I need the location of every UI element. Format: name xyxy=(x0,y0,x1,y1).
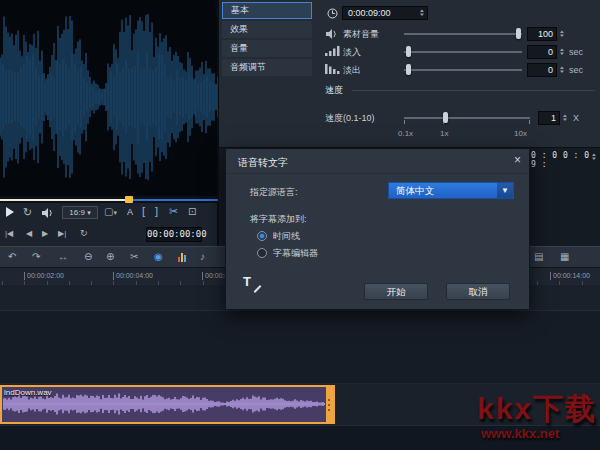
fade-out-label: 淡出 xyxy=(343,64,361,76)
slider-thumb[interactable] xyxy=(443,112,448,123)
seekbar-elapsed xyxy=(0,199,126,201)
redo-icon[interactable]: ↷ xyxy=(32,251,40,263)
source-language-select[interactable]: 简体中文 ▼ xyxy=(388,182,514,199)
timecode-spinner-arrows[interactable]: ▴▾ xyxy=(590,152,598,160)
next-frame-icon[interactable]: ▶ xyxy=(42,228,48,240)
zoom-out-icon[interactable]: ⊖ xyxy=(84,251,92,263)
tab-label: 音频调节 xyxy=(230,62,266,72)
prev-frame-icon[interactable]: ◀ xyxy=(26,228,32,240)
fade-in-value[interactable]: 0 xyxy=(527,45,557,59)
loop-playback-icon[interactable]: ↻ xyxy=(80,227,88,239)
speed-unit: X xyxy=(573,112,579,124)
slider-track xyxy=(404,51,522,53)
seekbar-handle[interactable] xyxy=(125,196,133,203)
repeat-icon[interactable]: ↻ xyxy=(23,206,32,218)
clip-trim-handle[interactable] xyxy=(326,387,333,422)
preview-monitor xyxy=(0,0,218,196)
fade-in-unit: sec xyxy=(569,46,583,58)
radio-timeline[interactable] xyxy=(257,231,267,241)
speed-section-title: 速度 xyxy=(325,84,343,96)
dialog-divider xyxy=(226,173,529,174)
tab-basic[interactable]: 基本 xyxy=(222,2,312,19)
clip-name-label: indDown.wav xyxy=(4,388,52,397)
speed-scale-max: 10x xyxy=(514,128,527,140)
play-icon[interactable] xyxy=(6,207,14,217)
fade-in-slider[interactable] xyxy=(404,45,522,58)
volume-spinner-arrows[interactable]: ▴▾ xyxy=(558,29,566,37)
chevron-down-icon: ▾ xyxy=(113,209,117,216)
slider-track xyxy=(404,69,522,71)
slider-tick xyxy=(404,120,405,124)
speed-scale-min: 0.1x xyxy=(398,128,413,140)
sound-mixer-icon[interactable] xyxy=(178,250,187,262)
watermark-url: www.kkx.net xyxy=(481,426,559,441)
aspect-ratio-select[interactable]: 16:9 ▾ xyxy=(62,206,98,219)
overlay-track[interactable] xyxy=(0,311,600,384)
text-tool-icon[interactable]: A xyxy=(127,206,133,218)
mark-out-button[interactable]: ] xyxy=(155,205,158,217)
enlarge-preview-icon[interactable]: ⊡ xyxy=(188,206,196,218)
clip-volume-value[interactable]: 100 xyxy=(527,27,557,41)
slider-thumb[interactable] xyxy=(406,46,411,57)
source-language-value: 简体中文 xyxy=(396,185,434,198)
caption-style-icon[interactable]: T xyxy=(243,275,261,291)
duration-spinner-arrows[interactable]: ▴▾ xyxy=(418,8,426,16)
jump-end-icon[interactable]: ▶| xyxy=(58,228,66,240)
ruler-label: 00:00:02:00 xyxy=(24,272,64,280)
slider-thumb[interactable] xyxy=(406,64,411,75)
track-manager-icon[interactable]: ▦ xyxy=(560,251,569,263)
clip-volume-icon xyxy=(326,29,338,39)
tab-audio-tuning[interactable]: 音频调节 xyxy=(222,59,312,76)
jump-start-icon[interactable]: |◀ xyxy=(5,228,13,240)
clip-volume-slider[interactable] xyxy=(404,27,522,40)
slider-track xyxy=(404,33,522,35)
chevron-down-icon: ▾ xyxy=(87,209,91,216)
tab-label: 基本 xyxy=(231,5,249,15)
ruler-label: 00:00:04:00 xyxy=(113,272,153,280)
fade-in-spinner-arrows[interactable]: ▴▾ xyxy=(558,47,566,55)
radio-timeline-label[interactable]: 时间线 xyxy=(273,230,300,242)
radio-subtitle-editor[interactable] xyxy=(257,248,267,258)
speed-slider[interactable] xyxy=(404,111,530,124)
tab-effects[interactable]: 效果 xyxy=(222,21,312,38)
effects-panel-icon[interactable]: ▤ xyxy=(534,251,543,263)
section-divider xyxy=(352,90,595,91)
slider-thumb[interactable] xyxy=(516,28,521,39)
audio-clip-winddown[interactable]: indDown.wav xyxy=(0,385,335,424)
watermark-logo: kkx下载 xyxy=(477,389,597,430)
tab-label: 效果 xyxy=(230,24,248,34)
fit-timeline-icon[interactable]: ↔ xyxy=(58,251,68,263)
cancel-button[interactable]: 取消 xyxy=(446,283,510,300)
tab-volume[interactable]: 音量 xyxy=(222,40,312,57)
crop-tool-icon[interactable]: ▢▾ xyxy=(104,206,117,219)
speaker-icon[interactable] xyxy=(42,208,54,218)
speed-spinner-arrows[interactable]: ▴▾ xyxy=(561,113,569,121)
preview-audio-waveform xyxy=(0,0,218,196)
close-icon[interactable]: × xyxy=(514,153,521,167)
source-language-label: 指定源语言: xyxy=(250,186,298,198)
start-button[interactable]: 开始 xyxy=(364,283,428,300)
clock-icon xyxy=(327,8,338,19)
speech-to-text-dialog: 语音转文字 × 指定源语言: 简体中文 ▼ 将字幕添加到: 时间线 字幕编辑器 … xyxy=(225,148,530,310)
fade-out-unit: sec xyxy=(569,64,583,76)
zoom-in-icon[interactable]: ⊕ xyxy=(106,251,114,263)
fade-out-value[interactable]: 0 xyxy=(527,63,557,77)
split-clip-icon[interactable]: ✂ xyxy=(169,205,178,217)
fade-out-slider[interactable] xyxy=(404,63,522,76)
fade-out-icon xyxy=(325,64,340,74)
undo-icon[interactable]: ↶ xyxy=(8,251,16,263)
fade-out-spinner-arrows[interactable]: ▴▾ xyxy=(558,65,566,73)
split-clip-icon[interactable]: ✂ xyxy=(130,251,138,263)
fade-in-label: 淡入 xyxy=(343,46,361,58)
speed-value[interactable]: 1 xyxy=(538,111,560,125)
clip-volume-label: 素材音量 xyxy=(343,28,379,40)
slider-tick xyxy=(529,120,530,124)
speed-label: 速度(0.1-10) xyxy=(325,112,375,124)
radio-subtitle-editor-label[interactable]: 字幕编辑器 xyxy=(273,247,318,259)
tab-label: 音量 xyxy=(230,43,248,53)
mark-in-button[interactable]: [ xyxy=(142,205,145,217)
preview-seekbar[interactable] xyxy=(0,196,218,203)
record-capture-icon[interactable]: ◉ xyxy=(154,251,163,263)
auto-music-icon[interactable]: ♪ xyxy=(200,251,205,263)
speed-scale-mid: 1x xyxy=(440,128,448,140)
